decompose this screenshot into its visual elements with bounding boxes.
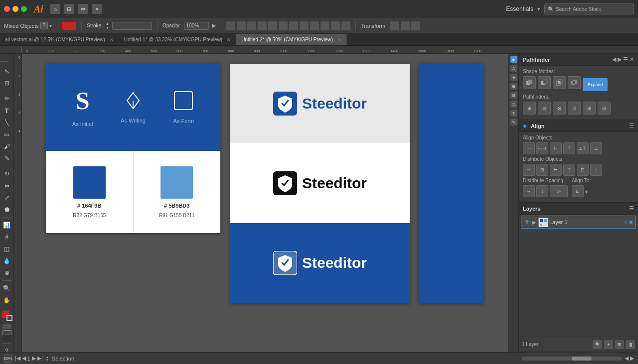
eyedropper-tool[interactable]: 💧 — [1, 255, 12, 266]
opacity-value[interactable]: 100% — [184, 22, 209, 30]
dist-left[interactable]: ⊣ — [523, 164, 535, 176]
canvas-area[interactable]: S As Initial As Writing As Form — [36, 54, 518, 352]
intersect-icon[interactable] — [553, 76, 566, 89]
stroke-stepper[interactable]: ▲ ▼ — [106, 22, 109, 29]
scroll-bar-h[interactable] — [522, 357, 622, 361]
tab-1[interactable]: Untitled-1* @ 33,33% (CMYK/GPU Preview) … — [119, 34, 236, 45]
merge-icon[interactable]: ⊠ — [553, 102, 566, 115]
opacity-expand[interactable]: ▶ — [212, 22, 216, 29]
layer-item-1[interactable]: 👁 ▶ S Layer 1 ○ ■ — [521, 216, 636, 229]
view-icon-3[interactable] — [411, 21, 420, 30]
artboard-tool[interactable]: ⊡ — [1, 78, 12, 89]
add-layer-icon[interactable]: + — [604, 340, 613, 349]
search-box[interactable]: 🔍 Search Adobe Stock — [544, 3, 634, 14]
libraries-icon[interactable]: ⊞ — [64, 4, 74, 14]
pathfinder-close-icon[interactable]: ✕ — [630, 56, 634, 63]
dist-space-h2[interactable]: ↕ — [536, 185, 548, 197]
normal-mode[interactable] — [2, 324, 11, 329]
object-type-badge[interactable]: ? — [40, 22, 48, 29]
align-center-h[interactable]: ⊢⊣ — [536, 142, 548, 154]
dist-right[interactable]: ⊢ — [550, 164, 562, 176]
align-icon-5[interactable] — [268, 21, 277, 30]
sidebar-icon-4[interactable]: ⊞ — [510, 83, 517, 90]
tab-1-close[interactable]: ✕ — [227, 37, 231, 42]
dist-center-v[interactable]: ⊟ — [577, 164, 589, 176]
align-left[interactable]: ⊣ — [523, 142, 535, 154]
page-stepper[interactable]: ▲ ▼ — [46, 356, 49, 362]
trim-icon[interactable]: ⊟ — [538, 102, 551, 115]
dist-bottom[interactable]: ⊥ — [590, 164, 602, 176]
align-icon-10[interactable] — [320, 21, 329, 30]
dist-space-h[interactable]: ↔ — [523, 185, 535, 197]
view-icon-1[interactable] — [390, 21, 399, 30]
isolation-mode[interactable] — [2, 336, 11, 341]
line-tool[interactable]: ╲ — [1, 117, 12, 128]
mesh-tool[interactable]: # — [1, 232, 12, 243]
delete-layer-icon[interactable]: 🗑 — [626, 340, 635, 349]
pathfinder-expand-icon[interactable]: ▶ — [618, 56, 622, 63]
exclude-icon[interactable] — [568, 76, 581, 89]
align-icon-4[interactable] — [258, 21, 267, 30]
star-icon[interactable]: ✦ — [92, 4, 102, 14]
pathfinder-back-icon[interactable]: ◀ — [612, 56, 616, 63]
dist-space-value[interactable]: ◎ — [550, 185, 568, 197]
view-icon-2[interactable] — [401, 21, 410, 30]
scale-tool[interactable]: ⤢ — [1, 192, 12, 203]
gradient-tool[interactable]: ◫ — [1, 243, 12, 254]
type-tool[interactable]: T — [1, 105, 12, 116]
align-right[interactable]: ⊢ — [550, 142, 562, 154]
tab-2-close[interactable]: ✕ — [337, 37, 341, 42]
object-type-arrow[interactable]: ▾ — [49, 23, 52, 28]
align-menu-icon[interactable]: ☰ — [629, 122, 634, 129]
hand-tool[interactable]: ✋ — [1, 295, 12, 306]
zoom-input[interactable]: 50% — [4, 355, 12, 363]
shaper-tool[interactable]: ⬟ — [1, 204, 12, 215]
rotate-tool[interactable]: ↻ — [1, 168, 12, 179]
drawing-mode[interactable] — [2, 330, 11, 335]
align-icon-1[interactable] — [226, 21, 235, 30]
align-icon-12[interactable] — [341, 21, 350, 30]
align-icon-9[interactable] — [310, 21, 319, 30]
dist-top[interactable]: ⊤ — [563, 164, 575, 176]
color-preview[interactable] — [62, 22, 76, 30]
tab-0-close[interactable]: ✕ — [110, 37, 114, 42]
expand-button[interactable]: Expand — [583, 78, 608, 91]
layers-menu-icon[interactable]: ☰ — [629, 205, 634, 212]
paintbrush-tool[interactable]: 🖌 — [1, 141, 12, 152]
blend-tool[interactable]: ⊗ — [1, 267, 12, 278]
sidebar-icon-6[interactable]: ◎ — [510, 101, 517, 108]
rect-tool[interactable]: ▭ — [1, 129, 12, 140]
page-first[interactable]: |◀ — [15, 355, 20, 362]
outline-icon[interactable]: ⊞ — [583, 102, 596, 115]
align-icon-3[interactable] — [247, 21, 256, 30]
align-icon-6[interactable] — [279, 21, 288, 30]
align-center-v[interactable]: ⊥⊤ — [577, 142, 589, 154]
align-top[interactable]: ⊤ — [563, 142, 575, 154]
nav-left[interactable]: ◀ — [625, 355, 629, 362]
align-icon-7[interactable] — [289, 21, 298, 30]
home-icon[interactable]: ⌂ — [50, 4, 60, 14]
layer-options-icon[interactable]: ⊞ — [615, 340, 624, 349]
page-prev[interactable]: ◀ — [22, 355, 26, 362]
pen-tool[interactable]: ✏ — [1, 93, 12, 104]
layer-lock-icon[interactable]: ○ — [624, 219, 628, 226]
align-icon-8[interactable] — [300, 21, 309, 30]
toggle-icon[interactable]: ⇌ — [78, 4, 88, 14]
sidebar-icon-2[interactable]: A — [510, 65, 517, 72]
sidebar-icon-8[interactable]: ✎ — [510, 119, 517, 125]
tab-0[interactable]: all vectors.ai @ 12,5% (CMYK/GPU Preview… — [0, 34, 119, 45]
sidebar-icon-5[interactable]: ⊟ — [510, 92, 517, 99]
dist-center-h[interactable]: ⊞ — [536, 164, 548, 176]
minus-front-icon[interactable] — [538, 76, 551, 89]
align-to-dropdown[interactable]: ▾ — [585, 189, 588, 194]
page-next[interactable]: ▶ — [32, 355, 36, 362]
pencil-tool[interactable]: ✎ — [1, 153, 12, 164]
pathfinder-menu-icon[interactable]: ☰ — [623, 56, 628, 63]
zoom-tool[interactable]: 🔍 — [1, 283, 12, 294]
align-icon-11[interactable] — [331, 21, 340, 30]
close-button[interactable] — [4, 6, 10, 12]
minimize-button[interactable] — [12, 6, 18, 12]
align-to-icon[interactable]: ⊡ — [572, 185, 584, 197]
mirror-tool[interactable]: ⇔ — [1, 180, 12, 191]
stroke-color[interactable] — [6, 315, 12, 321]
